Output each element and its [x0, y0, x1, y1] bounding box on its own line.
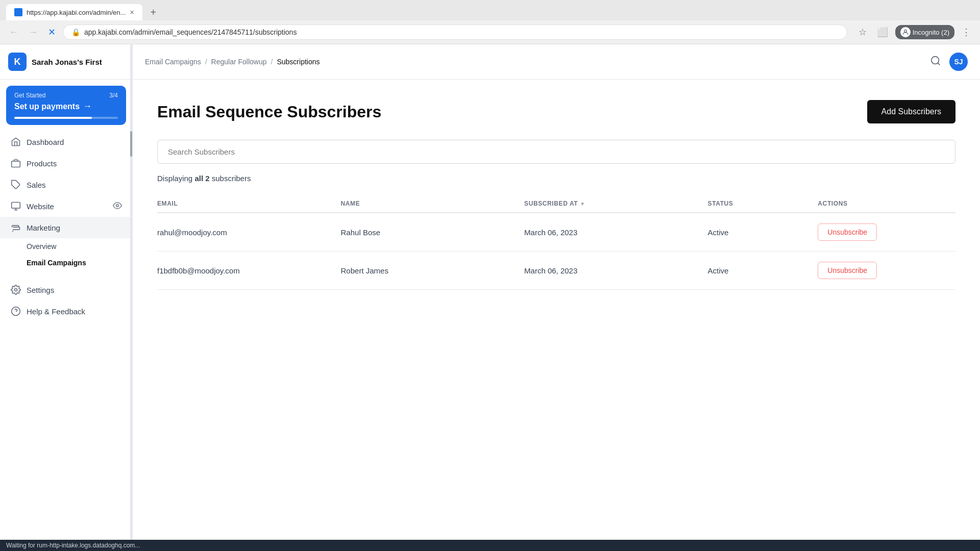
browser-nav-bar: ← → ✕ 🔒 app.kajabi.com/admin/email_seque…	[0, 20, 980, 44]
table-row: f1bdfb0b@moodjoy.com Robert James March …	[157, 252, 955, 290]
help-icon	[10, 306, 21, 317]
home-icon	[10, 136, 21, 147]
display-suffix: subscribers	[210, 174, 251, 183]
cell-subscribed-at: March 06, 2023	[524, 266, 708, 275]
display-prefix: Displaying	[157, 174, 194, 183]
sidebar: K Sarah Jonas's First Get Started 3/4 Se…	[0, 44, 133, 540]
address-bar-url: app.kajabi.com/admin/email_sequences/214…	[84, 28, 839, 36]
new-tab-button[interactable]: +	[146, 5, 161, 20]
sidebar-brand: Sarah Jonas's First	[32, 58, 102, 66]
svg-line-12	[938, 63, 940, 65]
content-area: Email Sequence Subscribers Add Subscribe…	[133, 80, 980, 540]
sub-item-label: Email Campaigns	[27, 259, 86, 267]
page-title: Email Sequence Subscribers	[157, 103, 381, 121]
table-header: EMAIL NAME SUBSCRIBED AT ▼ STATUS ACTION…	[157, 195, 955, 213]
sidebar-item-label: Help & Feedback	[27, 307, 122, 316]
add-subscribers-button[interactable]: Add Subscribers	[867, 100, 955, 123]
get-started-count: 3/4	[109, 92, 118, 99]
extension-button[interactable]: ⬜	[874, 24, 891, 40]
sidebar-item-help[interactable]: Help & Feedback	[0, 300, 132, 322]
cell-name: Rahul Bose	[341, 228, 525, 237]
incognito-badge[interactable]: Incognito (2)	[895, 25, 954, 39]
col-header-email: EMAIL	[157, 200, 341, 207]
display-info: Displaying all 2 subscribers	[157, 174, 955, 183]
col-header-subscribed-at: SUBSCRIBED AT ▼	[524, 200, 708, 207]
sidebar-logo: K	[8, 53, 27, 71]
sidebar-item-label: Website	[27, 202, 108, 211]
get-started-title: Set up payments →	[14, 101, 118, 112]
bookmark-button[interactable]: ☆	[855, 24, 870, 40]
sub-item-label: Overview	[27, 242, 56, 251]
megaphone-icon	[10, 222, 21, 233]
sidebar-item-dashboard[interactable]: Dashboard	[0, 131, 132, 153]
sidebar-item-label: Marketing	[27, 223, 122, 232]
unsubscribe-button[interactable]: Unsubscribe	[818, 223, 877, 241]
app-container: K Sarah Jonas's First Get Started 3/4 Se…	[0, 44, 980, 540]
sidebar-header: K Sarah Jonas's First	[0, 44, 132, 80]
back-button[interactable]: ←	[6, 25, 21, 40]
sidebar-item-sales[interactable]: Sales	[0, 174, 132, 195]
svg-point-6	[116, 204, 119, 207]
breadcrumb: Email Campaigns / Regular Followup / Sub…	[145, 58, 320, 66]
search-button[interactable]	[930, 55, 941, 69]
browser-chrome: https://app.kajabi.com/admin/en... × + ←…	[0, 0, 980, 44]
cell-actions: Unsubscribe	[818, 262, 955, 279]
cell-name: Robert James	[341, 266, 525, 275]
top-bar: Email Campaigns / Regular Followup / Sub…	[133, 44, 980, 80]
svg-rect-1	[12, 161, 20, 167]
logo-initial: K	[14, 57, 21, 67]
svg-point-8	[15, 289, 17, 291]
col-header-actions: ACTIONS	[818, 200, 955, 207]
sidebar-sub-item-overview[interactable]: Overview	[0, 238, 132, 255]
sidebar-item-label: Sales	[27, 181, 122, 189]
sidebar-item-label: Dashboard	[27, 138, 122, 146]
scrollbar-thumb[interactable]	[130, 131, 132, 157]
gear-icon	[10, 284, 21, 295]
sidebar-item-settings[interactable]: Settings	[0, 279, 132, 300]
status-text: Waiting for rum-http-intake.logs.datadog…	[6, 542, 140, 549]
avatar[interactable]: SJ	[949, 53, 968, 71]
sidebar-item-website[interactable]: Website	[0, 195, 132, 217]
cell-email: rahul@moodjoy.com	[157, 228, 341, 237]
forward-button[interactable]: →	[26, 25, 41, 40]
get-started-label: Get Started	[14, 92, 45, 99]
cell-email: f1bdfb0b@moodjoy.com	[157, 266, 341, 275]
box-icon	[10, 158, 21, 169]
incognito-label: Incognito (2)	[913, 29, 949, 36]
browser-tab[interactable]: https://app.kajabi.com/admin/en... ×	[6, 4, 142, 20]
get-started-title-text: Set up payments	[14, 102, 80, 111]
svg-point-0	[904, 30, 906, 32]
col-header-name: NAME	[341, 200, 525, 207]
monitor-icon	[10, 201, 21, 212]
sidebar-scrollbar	[130, 44, 132, 540]
get-started-card[interactable]: Get Started 3/4 Set up payments →	[6, 86, 126, 125]
status-bar: Waiting for rum-http-intake.logs.datadog…	[0, 540, 980, 551]
reload-button[interactable]: ✕	[45, 24, 59, 40]
sidebar-sub-item-email-campaigns[interactable]: Email Campaigns	[0, 255, 132, 271]
breadcrumb-regular-followup[interactable]: Regular Followup	[211, 58, 267, 66]
eye-icon	[113, 201, 122, 212]
sidebar-item-marketing[interactable]: Marketing	[0, 217, 132, 238]
tab-close-icon[interactable]: ×	[130, 8, 134, 16]
col-header-subscribed-at-label: SUBSCRIBED AT	[524, 200, 578, 207]
address-bar[interactable]: 🔒 app.kajabi.com/admin/email_sequences/2…	[63, 24, 847, 40]
menu-button[interactable]: ⋮	[959, 24, 974, 40]
subscribers-table: EMAIL NAME SUBSCRIBED AT ▼ STATUS ACTION…	[157, 195, 955, 290]
svg-point-11	[932, 56, 939, 64]
sidebar-scroll: K Sarah Jonas's First Get Started 3/4 Se…	[0, 44, 132, 540]
lock-icon: 🔒	[71, 28, 80, 36]
breadcrumb-email-campaigns[interactable]: Email Campaigns	[145, 58, 201, 66]
sidebar-item-products[interactable]: Products	[0, 153, 132, 174]
top-bar-actions: SJ	[930, 53, 968, 71]
col-header-status: STATUS	[708, 200, 818, 207]
sidebar-item-label: Settings	[27, 286, 122, 294]
search-input[interactable]	[157, 140, 955, 164]
display-count: all 2	[194, 174, 209, 183]
progress-bar	[14, 117, 118, 119]
browser-actions: ☆ ⬜ Incognito (2) ⋮	[855, 24, 974, 40]
unsubscribe-button[interactable]: Unsubscribe	[818, 262, 877, 279]
breadcrumb-sep-1: /	[205, 58, 207, 66]
table-row: rahul@moodjoy.com Rahul Bose March 06, 2…	[157, 213, 955, 252]
tag-icon	[10, 179, 21, 190]
cell-status: Active	[708, 228, 818, 237]
